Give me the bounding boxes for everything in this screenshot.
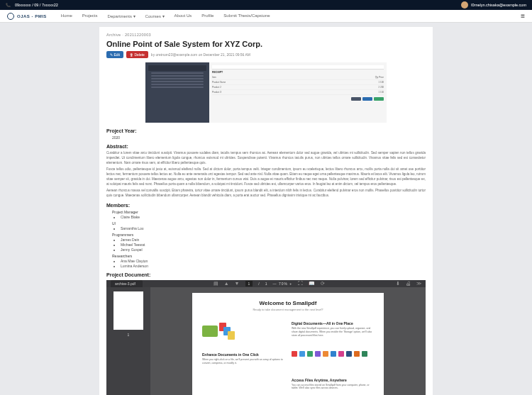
role-pm: Project Manager <box>112 210 426 214</box>
year-value: 2020 <box>112 135 426 140</box>
role-prog: Programmers <box>112 233 426 237</box>
pdf-page-1: Welcome to Smallpdf Ready to take docume… <box>192 293 384 395</box>
user-email[interactable]: l0rnelyn.chisaka@example.com <box>471 3 526 7</box>
print-icon[interactable]: 🖨 <box>406 281 411 286</box>
phone-icon: 📞 <box>6 3 11 7</box>
abstract-p1: Curabitur a lorem vitae arcu tincidunt s… <box>106 151 426 165</box>
abstract-heading: Abstract: <box>106 144 426 149</box>
nav-about[interactable]: About Us <box>174 13 192 18</box>
abstract-p2: Fusce tellus odio, pellentesque id justo… <box>106 167 426 187</box>
nav-courses[interactable]: Courses ▾ <box>145 13 165 18</box>
role-ui: UI <box>112 221 426 226</box>
member-res-0: Ana Mae Clayton <box>121 259 426 263</box>
pdf-subtitle: Ready to take document management to the… <box>202 308 374 311</box>
doc-heading: Project Document: <box>106 272 426 277</box>
book-icon[interactable]: 📖 <box>309 281 315 286</box>
navbar: OJAS - PMIS Home Projects Departments ▾ … <box>0 10 532 23</box>
fullscreen-icon[interactable]: ⛶ <box>298 281 303 286</box>
download-icon[interactable]: ⬇ <box>396 281 400 286</box>
nav-profile[interactable]: Profile <box>201 13 214 18</box>
pdf-s3-t: You can access files stored on Smallpdf … <box>292 384 374 391</box>
pdf-s1-t: With the new Smallpdf experience, you ca… <box>292 327 374 338</box>
main-container: Archive · 20211220003 Online Point of Sa… <box>99 27 433 395</box>
pdf-topbar: archive-3.pdf ▤ ▲ ▼ 1 / 1 — 70% + ⛶ 📖 ⟳ … <box>106 280 426 287</box>
year-heading: Project Year: <box>106 128 426 133</box>
sidebar-toggle-icon[interactable]: ▤ <box>214 281 218 286</box>
thumb-1-label: 1 <box>128 333 130 337</box>
meta-author: by oretnom23@example.com on December 21,… <box>151 52 250 57</box>
pdf-s1-h: Digital Documents—All in One Place <box>292 321 374 326</box>
logo[interactable]: OJAS - PMIS <box>7 13 47 20</box>
nav-home[interactable]: Home <box>61 13 72 18</box>
rotate-icon[interactable]: ⟳ <box>321 281 325 286</box>
pdf-tab-label: archive-3.pdf <box>115 282 135 286</box>
edit-button[interactable]: ✎ Edit <box>106 51 123 58</box>
next-page-icon[interactable]: ▼ <box>235 281 240 286</box>
zoom-control[interactable]: — 70% + <box>273 282 293 286</box>
meta-row: ✎ Edit 🗑 Delete by oretnom23@example.com… <box>106 51 426 58</box>
tool-icons <box>292 351 374 357</box>
abstract-p3: Aenean rhoncus massa vel convallis susci… <box>106 189 426 199</box>
nav-submit[interactable]: Submit Thesis/Capstone <box>223 13 270 18</box>
project-screenshot: RECEIPT ItemQty Price Product Name1 100 … <box>145 62 387 123</box>
logo-text: OJAS - PMIS <box>17 14 47 18</box>
nav-departments[interactable]: Departments ▾ <box>108 13 135 18</box>
prev-page-icon[interactable]: ▲ <box>224 281 229 286</box>
folder-graphic <box>202 320 245 341</box>
role-res: Researchers <box>112 254 426 258</box>
topbar: 📞 09xxxxxx / 09 / 7xxxxx22 l0rnelyn.chis… <box>0 0 532 10</box>
member-prog-1: Michael Teewat <box>121 243 426 247</box>
nav-projects[interactable]: Projects <box>82 13 98 18</box>
pdf-s3-h: Access Files Anytime, Anywhere <box>292 378 374 382</box>
pdf-s2-h: Enhance Documents in One Click <box>202 352 284 357</box>
member-prog-2: Jenny Gospel <box>121 247 426 252</box>
pdf-viewer: archive-3.pdf ▤ ▲ ▼ 1 / 1 — 70% + ⛶ 📖 ⟳ … <box>106 280 426 395</box>
avatar[interactable] <box>461 1 468 9</box>
page-total: 1 <box>265 282 267 286</box>
pdf-tab[interactable]: archive-3.pdf <box>111 280 143 287</box>
page-sep: / <box>258 282 259 286</box>
hamburger-icon[interactable]: ≡ <box>521 12 525 20</box>
thumb-1[interactable] <box>113 291 143 330</box>
member-pm-0: Claire Blake <box>121 215 426 219</box>
phone-text: 09xxxxxx / 09 / 7xxxxx22 <box>15 3 58 7</box>
logo-icon <box>7 13 14 20</box>
member-ui-0: Samantha Lou <box>121 226 426 230</box>
pdf-thumbnails: 1 <box>106 287 150 395</box>
member-prog-0: James Dein <box>121 238 426 242</box>
members-heading: Members: <box>106 203 426 208</box>
nav-links: Home Projects Departments ▾ Courses ▾ Ab… <box>61 13 521 18</box>
page-current[interactable]: 1 <box>245 281 253 286</box>
page-title: Online Point of Sale System for XYZ Corp… <box>106 40 426 48</box>
pdf-s2-t: When you right-click on a file, we'll pr… <box>202 358 284 365</box>
breadcrumb: Archive · 20211220003 <box>106 33 426 37</box>
more-icon[interactable]: ≫ <box>416 281 421 286</box>
delete-button[interactable]: 🗑 Delete <box>126 51 148 58</box>
pdf-title: Welcome to Smallpdf <box>202 300 374 306</box>
pdf-page-area[interactable]: Welcome to Smallpdf Ready to take docume… <box>150 287 426 395</box>
member-res-1: Lumina Anderson <box>121 264 426 268</box>
